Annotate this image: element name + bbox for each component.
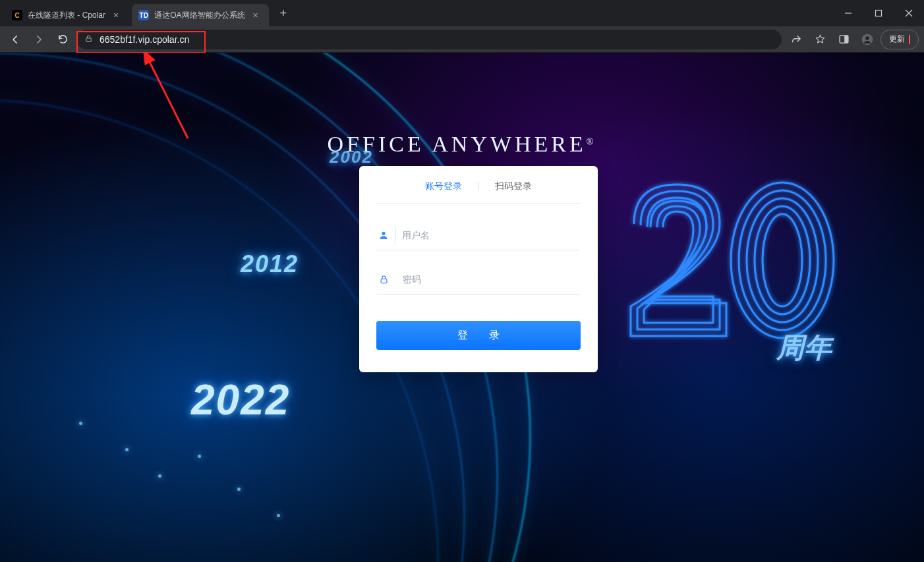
svg-point-13	[747, 198, 818, 322]
tab-scan-login[interactable]: 扫码登录	[495, 181, 532, 192]
login-card: 账号登录 扫码登录 登 录	[359, 166, 598, 372]
svg-rect-10	[381, 279, 387, 283]
favicon-cpolar: C	[12, 10, 22, 20]
update-label: 更新	[889, 34, 905, 45]
reload-button[interactable]	[53, 30, 72, 49]
page-content: 2002 2012 2022 OFFICE ANYWHERE® 账号登录 扫码登…	[0, 53, 924, 562]
window-titlebar: C 在线隧道列表 - Cpolar × TD 通达OA网络智能办公系统 × +	[0, 0, 924, 26]
back-button[interactable]	[5, 30, 25, 49]
maximize-button[interactable]	[863, 0, 894, 26]
svg-point-12	[739, 190, 826, 330]
username-field-row	[376, 221, 581, 250]
browser-tabs: C 在线隧道列表 - Cpolar × TD 通达OA网络智能办公系统 × +	[0, 0, 833, 26]
panel-icon[interactable]	[833, 29, 854, 50]
browser-toolbar: 6652bf1f.vip.cpolar.cn 更新	[0, 26, 924, 53]
password-input[interactable]	[399, 271, 581, 287]
forward-button[interactable]	[29, 30, 49, 49]
profile-icon[interactable]	[857, 29, 878, 50]
svg-rect-4	[86, 38, 92, 41]
lock-icon	[84, 34, 93, 45]
user-icon	[376, 230, 391, 240]
svg-rect-6	[844, 36, 848, 43]
close-icon[interactable]: ×	[111, 10, 121, 20]
favicon-oa: TD	[138, 10, 149, 20]
minimize-button[interactable]	[833, 0, 863, 26]
tab-title: 通达OA网络智能办公系统	[154, 10, 245, 21]
anniversary-label: 周年	[776, 329, 832, 366]
window-controls	[833, 0, 924, 26]
new-tab-button[interactable]: +	[274, 4, 293, 22]
close-icon[interactable]: ×	[250, 10, 261, 20]
update-button[interactable]: 更新	[881, 30, 919, 49]
particle	[237, 488, 241, 491]
tab-title: 在线隧道列表 - Cpolar	[28, 10, 105, 21]
bookmark-icon[interactable]	[809, 29, 830, 50]
tab-cpolar[interactable]: C 在线隧道列表 - Cpolar ×	[5, 4, 129, 26]
particle	[125, 448, 129, 451]
brand-title: OFFICE ANYWHERE®	[0, 132, 924, 157]
svg-point-15	[763, 214, 802, 306]
share-icon[interactable]	[786, 29, 807, 50]
year-label-2012: 2012	[241, 250, 299, 278]
lock-icon	[376, 275, 391, 285]
address-bar[interactable]: 6652bf1f.vip.cpolar.cn	[76, 30, 782, 49]
login-form: 登 录	[376, 221, 581, 350]
particle	[79, 422, 82, 425]
close-button[interactable]	[894, 0, 924, 26]
particle	[158, 474, 161, 478]
login-button[interactable]: 登 录	[376, 321, 581, 350]
svg-point-9	[382, 232, 385, 235]
tab-account-login[interactable]: 账号登录	[425, 181, 462, 192]
password-field-row	[376, 265, 581, 295]
tab-tongda-oa[interactable]: TD 通达OA网络智能办公系统 ×	[132, 4, 269, 26]
particle	[277, 514, 280, 517]
svg-rect-1	[876, 11, 882, 16]
update-indicator-icon	[909, 35, 910, 44]
svg-point-8	[865, 36, 869, 40]
username-input[interactable]	[395, 227, 581, 243]
login-tabs: 账号登录 扫码登录	[376, 181, 581, 204]
address-text: 6652bf1f.vip.cpolar.cn	[100, 34, 189, 45]
particle	[198, 455, 201, 458]
year-label-2022: 2022	[191, 376, 290, 424]
